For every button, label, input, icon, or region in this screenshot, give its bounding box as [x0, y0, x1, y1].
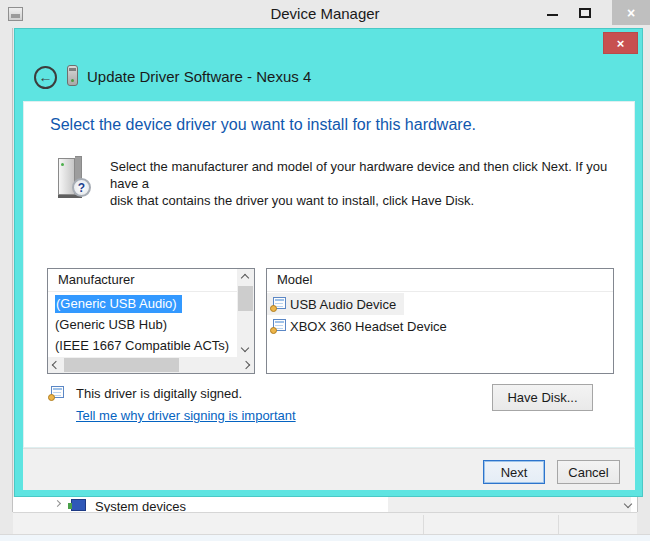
dialog-title: Update Driver Software - Nexus 4: [87, 68, 311, 85]
list-item[interactable]: (Generic USB Hub): [48, 314, 254, 335]
model-items: USB Audio Device XBOX 360 Headset Device: [267, 293, 613, 373]
driver-signing-link[interactable]: Tell me why driver signing is important: [76, 408, 296, 423]
manufacturer-listbox[interactable]: Manufacturer (Generic USB Audio) (Generi…: [47, 268, 255, 374]
signed-status-text: This driver is digitally signed.: [76, 386, 242, 401]
status-bar-divider: [423, 515, 424, 534]
instruction-line-2: disk that contains the driver you want t…: [110, 192, 610, 209]
maximize-icon[interactable]: [579, 8, 591, 18]
list-item[interactable]: USB Audio Device: [267, 293, 404, 315]
status-bar-divider: [558, 515, 559, 534]
model-item-label[interactable]: USB Audio Device: [290, 297, 396, 312]
close-icon[interactable]: ×: [612, 0, 650, 25]
system-devices-icon: [71, 499, 86, 511]
signed-driver-icon: [270, 319, 287, 334]
model-column-header[interactable]: Model: [267, 269, 613, 292]
list-item[interactable]: (Generic USB Audio): [48, 293, 254, 314]
list-item[interactable]: XBOX 360 Headset Device: [267, 315, 455, 337]
window-bottom-edge: [0, 534, 650, 541]
device-tree-row[interactable]: System devices: [13, 497, 637, 512]
status-bar: [13, 512, 637, 534]
signed-driver-icon: [270, 297, 287, 312]
cancel-button[interactable]: Cancel: [557, 460, 620, 484]
device-manager-titlebar[interactable]: Device Manager ×: [0, 0, 650, 28]
hardware-question-icon: ?: [58, 156, 98, 202]
scroll-up-icon[interactable]: [241, 274, 249, 282]
screen: Device Manager × System devices × ← Upda…: [0, 0, 650, 541]
instruction-line-1: Select the manufacturer and model of you…: [110, 158, 610, 192]
scrollbar-thumb[interactable]: [64, 358, 179, 372]
dialog-footer: Next Cancel: [23, 448, 635, 490]
tree-horizontal-scrollbar[interactable]: [388, 497, 631, 512]
tree-item-system-devices[interactable]: System devices: [95, 499, 186, 512]
selected-item-label[interactable]: (Generic USB Audio): [55, 295, 182, 313]
instruction-text: Select the manufacturer and model of you…: [110, 158, 610, 209]
model-listbox[interactable]: Model USB Audio Device XBOX 360 Headset …: [266, 268, 614, 374]
scroll-down-icon[interactable]: [241, 344, 249, 352]
digital-signature-icon: [48, 386, 65, 401]
window-frame-left: [12, 28, 13, 512]
dialog-content-panel: Select the device driver you want to ins…: [23, 101, 635, 448]
back-button[interactable]: ←: [34, 66, 57, 89]
vertical-scrollbar[interactable]: [237, 269, 254, 357]
driver-device-icon: [67, 65, 78, 86]
list-item[interactable]: (IEEE 1667 Compatible ACTs): [48, 335, 254, 356]
minimize-icon[interactable]: [547, 14, 558, 16]
scroll-right-icon[interactable]: [242, 361, 250, 369]
horizontal-scrollbar[interactable]: [48, 357, 254, 373]
model-item-label[interactable]: XBOX 360 Headset Device: [290, 319, 447, 334]
manufacturer-column-header[interactable]: Manufacturer: [48, 269, 254, 292]
scrollbar-thumb[interactable]: [238, 286, 253, 311]
scroll-left-icon[interactable]: [52, 361, 60, 369]
page-title: Select the device driver you want to ins…: [50, 116, 476, 134]
tree-expander-icon[interactable]: [54, 500, 61, 507]
update-driver-dialog: × ← Update Driver Software - Nexus 4 Sel…: [14, 28, 643, 497]
have-disk-button[interactable]: Have Disk...: [492, 384, 593, 411]
dialog-close-icon[interactable]: ×: [603, 32, 638, 54]
next-button[interactable]: Next: [483, 460, 545, 484]
